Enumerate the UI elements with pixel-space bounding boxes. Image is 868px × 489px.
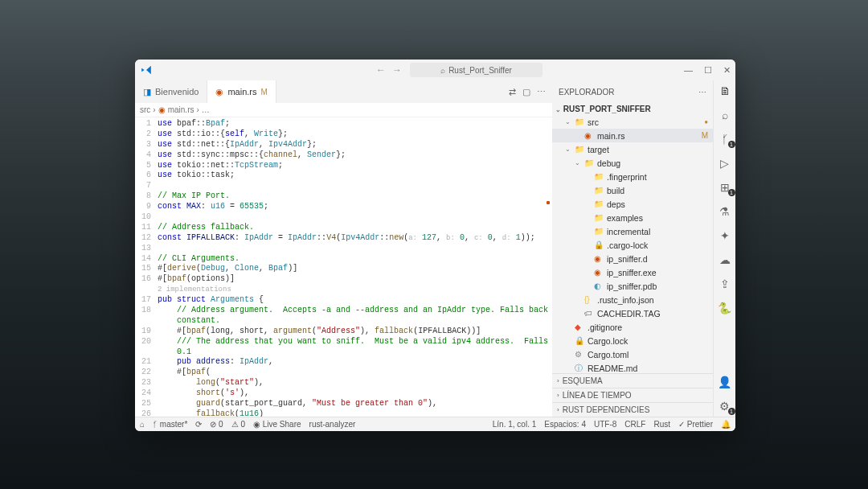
compare-icon[interactable]: ⇄ — [509, 87, 516, 97]
tab-welcome[interactable]: ◨ Bienvenido — [135, 80, 207, 103]
nav-forward-icon[interactable]: → — [392, 64, 402, 76]
files-icon[interactable]: 🗎 — [718, 84, 732, 98]
code-line[interactable]: 2 implementations — [158, 285, 552, 295]
split-editor-icon[interactable]: ▢ — [522, 87, 530, 97]
code-line[interactable]: pub address: IpAddr, — [158, 357, 552, 368]
encoding[interactable]: UTF-8 — [594, 420, 616, 429]
source-control-icon[interactable]: ᚶ1 — [718, 132, 732, 146]
breadcrumb-folder[interactable]: src — [140, 105, 150, 114]
code-line[interactable]: #[bpaf(options)] — [158, 274, 552, 285]
code-line[interactable]: use tokio::task; — [158, 171, 552, 181]
problems-warnings[interactable]: ⚠ 0 — [231, 420, 245, 429]
eol[interactable]: CRLF — [624, 420, 645, 429]
tree-item-incremental[interactable]: 📁incremental — [552, 224, 713, 238]
code-line[interactable]: #[derive(Debug, Clone, Bpaf)] — [158, 264, 552, 274]
minimize-button[interactable]: — — [684, 65, 693, 76]
breadcrumb-file[interactable]: main.rs — [168, 105, 194, 114]
search-icon[interactable]: ⌕ — [718, 108, 732, 122]
code-line[interactable]: fallback(1u16) — [158, 409, 552, 417]
indentation[interactable]: Espacios: 4 — [544, 420, 586, 429]
code-line[interactable]: // CLI Arguments. — [158, 254, 552, 265]
section-esquema[interactable]: ›ESQUEMA — [552, 373, 713, 388]
code-line[interactable]: /// The address that you want to sniff. … — [158, 337, 552, 347]
code-line[interactable]: // Max IP Port. — [158, 191, 552, 202]
close-button[interactable]: ✕ — [723, 65, 731, 76]
testing-icon[interactable]: ⚗ — [718, 204, 732, 219]
tree-item--fingerprint[interactable]: 📁.fingerprint — [552, 170, 713, 183]
line-number: 25 — [135, 399, 151, 409]
code-line[interactable]: guard(start_port_guard, "Must be greater… — [158, 399, 552, 409]
more-icon[interactable]: ⋯ — [698, 88, 706, 97]
tree-item-cargo-toml[interactable]: ⚙Cargo.toml — [552, 347, 713, 361]
cloud-icon[interactable]: ☁ — [718, 253, 732, 267]
breadcrumb[interactable]: src › ◉ main.rs › … — [135, 103, 552, 117]
tree-item-cachedir-tag[interactable]: 🏷CACHEDIR.TAG — [552, 306, 713, 320]
file-name: Cargo.toml — [588, 350, 713, 360]
code-line[interactable]: use std::sync::mpsc::{channel, Sender}; — [158, 150, 552, 161]
tab-mainrs[interactable]: ◉ main.rs M — [207, 80, 276, 103]
code-editor[interactable]: 1234567891011121314151617181920212223242… — [135, 117, 552, 417]
code-line[interactable] — [158, 244, 552, 254]
tree-item--cargo-lock[interactable]: 🔒.cargo-lock — [552, 238, 713, 252]
language-mode[interactable]: Rust — [653, 420, 670, 429]
code-line[interactable]: use std::io::{self, Write}; — [158, 129, 552, 140]
code-line[interactable]: #[bpaf( — [158, 368, 552, 378]
code-line[interactable]: const MAX: u16 = 65535; — [158, 202, 552, 212]
tree-item--rustc-info-json[interactable]: {}.rustc_info.json — [552, 293, 713, 306]
tree-item--gitignore[interactable]: ◆.gitignore — [552, 320, 713, 334]
rust-analyzer-status[interactable]: rust-analyzer — [309, 420, 356, 429]
code-line[interactable]: constant. — [158, 316, 552, 327]
code-line[interactable]: const IPFALLBACK: IpAddr = IpAddr::V4(Ip… — [158, 233, 552, 244]
code-line[interactable]: #[bpaf(long, short, argument("Address"),… — [158, 327, 552, 337]
tree-item-debug[interactable]: ⌄📁debug — [552, 156, 713, 170]
tree-item-target[interactable]: ⌄📁target — [552, 142, 713, 156]
code-line[interactable] — [158, 181, 552, 191]
tree-item-ip-sniffer-d[interactable]: ◉ip_sniffer.d — [552, 252, 713, 265]
sync-icon[interactable]: ⟳ — [195, 420, 202, 429]
more-icon[interactable]: ⋯ — [537, 87, 546, 97]
problems-errors[interactable]: ⊘ 0 — [210, 420, 223, 429]
python-icon[interactable]: 🐍 — [718, 301, 732, 315]
code-line[interactable]: long("start"), — [158, 378, 552, 388]
code-line[interactable]: use tokio::net::TcpStream; — [158, 161, 552, 171]
section-linea-tiempo[interactable]: ›LÍNEA DE TIEMPO — [552, 388, 713, 402]
breadcrumb-more[interactable]: … — [202, 105, 210, 114]
tree-item-src[interactable]: ⌄📁src● — [552, 115, 713, 129]
code-line[interactable]: // Address argument. Accepts -a and --ad… — [158, 306, 552, 316]
code-line[interactable]: 0.1 — [158, 347, 552, 358]
copilot-icon[interactable]: ✦ — [718, 228, 732, 243]
explorer-root[interactable]: RUST_PORT_SNIFFER — [563, 105, 651, 113]
prettier-status[interactable]: ✓ Prettier — [678, 420, 713, 429]
tree-item-ip-sniffer-pdb[interactable]: ◐ip_sniffer.pdb — [552, 279, 713, 293]
section-rust-deps[interactable]: ›RUST DEPENDENCIES — [552, 402, 713, 417]
command-center[interactable]: ⌕ Rust_Port_Sniffer — [410, 63, 542, 77]
code-line[interactable]: use bpaf::Bpaf; — [158, 119, 552, 129]
code-line[interactable]: pub struct Arguments { — [158, 295, 552, 306]
notifications-icon[interactable]: 🔔 — [721, 420, 731, 429]
vscode-window: ← → ⌕ Rust_Port_Sniffer — ☐ ✕ ◨ Bienveni… — [135, 60, 735, 431]
code-line[interactable]: short('s'), — [158, 388, 552, 399]
tree-item-build[interactable]: 📁build — [552, 183, 713, 197]
cursor-position[interactable]: Lín. 1, col. 1 — [493, 420, 536, 429]
run-debug-icon[interactable]: ▷ — [718, 156, 732, 171]
code-line[interactable]: // Address fallback. — [158, 223, 552, 233]
nav-back-icon[interactable]: ← — [376, 64, 386, 76]
code-lines[interactable]: use bpaf::Bpaf;use std::io::{self, Write… — [158, 117, 552, 417]
live-share[interactable]: ◉ Live Share — [253, 420, 301, 429]
share-icon[interactable]: ⇪ — [718, 277, 732, 291]
code-line[interactable]: use std::net::{IpAddr, Ipv4Addr}; — [158, 140, 552, 150]
extensions-icon[interactable]: ⊞1 — [718, 180, 732, 195]
tree-item-ip-sniffer-exe[interactable]: ◉ip_sniffer.exe — [552, 265, 713, 279]
code-line[interactable] — [158, 212, 552, 223]
remote-icon[interactable]: ⌂ — [140, 420, 145, 429]
tree-item-examples[interactable]: 📁examples — [552, 211, 713, 224]
tab-label: main.rs — [227, 87, 256, 97]
account-icon[interactable]: 👤 — [718, 375, 732, 389]
maximize-button[interactable]: ☐ — [704, 65, 712, 76]
tree-item-main-rs[interactable]: ◉main.rsM — [552, 129, 713, 142]
tree-item-deps[interactable]: 📁deps — [552, 197, 713, 211]
settings-gear-icon[interactable]: ⚙1 — [718, 399, 732, 413]
branch-indicator[interactable]: ᚶ master* — [153, 420, 187, 429]
tree-item-readme-md[interactable]: ⓘREADME.md — [552, 361, 713, 373]
tree-item-cargo-lock[interactable]: 🔒Cargo.lock — [552, 334, 713, 347]
